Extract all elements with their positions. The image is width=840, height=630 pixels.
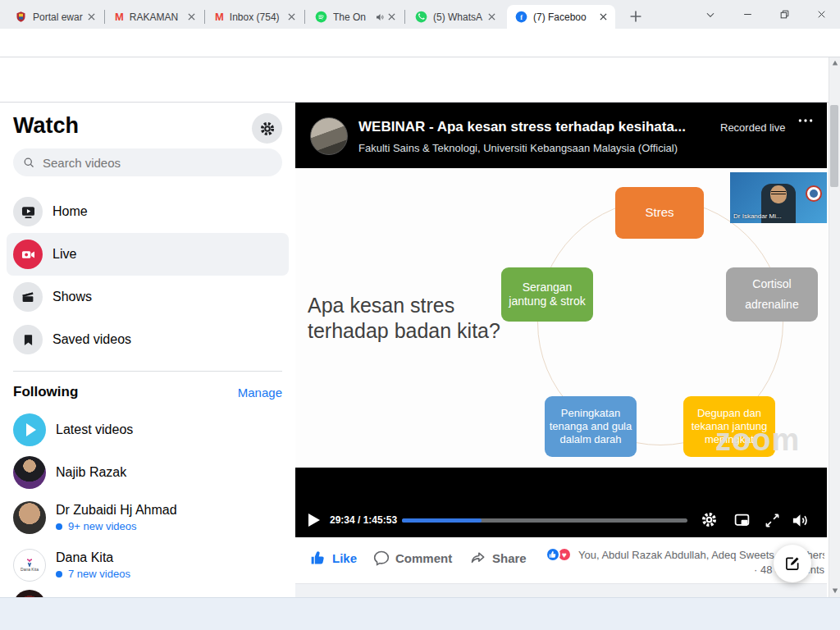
taskbar: W X 31°C 3 12:16 PM 16/02/2022 — [0, 597, 840, 630]
search-videos-input[interactable] — [43, 156, 256, 170]
play-button[interactable] — [308, 514, 320, 527]
tab-title: Portal ewar — [33, 11, 84, 23]
following-item-label: Dana Kita — [56, 550, 130, 565]
tab-close-icon[interactable] — [185, 10, 199, 24]
tab-title: Inbox (754) — [230, 11, 285, 23]
following-heading: Following — [13, 384, 78, 400]
live-video-icon — [21, 247, 36, 262]
manage-link[interactable]: Manage — [238, 386, 282, 399]
tab-facebook-active[interactable]: f (7) Faceboo — [507, 5, 615, 29]
scroll-up-arrow[interactable] — [832, 60, 838, 66]
facebook-icon: f — [515, 11, 527, 23]
player-settings-icon[interactable] — [701, 511, 718, 528]
zoom-watermark: zoom — [715, 422, 800, 458]
following-item-najib[interactable]: Najib Razak — [0, 451, 295, 494]
reaction-like-icon[interactable] — [546, 547, 560, 562]
tab-title: (7) Faceboo — [533, 11, 596, 23]
slide-question-line2: terhadap badan kita? — [308, 318, 504, 344]
volume-icon[interactable] — [791, 511, 810, 530]
tab-audio-icon[interactable] — [375, 12, 385, 22]
player-column: WEBINAR - Apa kesan stress terhadap kesi… — [295, 103, 827, 597]
sidebar-item-label: Saved videos — [52, 332, 131, 347]
webcam-logo — [806, 185, 822, 202]
share-button[interactable]: Share — [470, 550, 527, 566]
sidebar-item-home[interactable]: Home — [0, 190, 295, 233]
sidebar-item-saved[interactable]: Saved videos — [0, 318, 295, 361]
svg-text:f: f — [520, 14, 523, 21]
scrollbar-thumb[interactable] — [830, 105, 838, 187]
window-minimize-button[interactable] — [730, 0, 765, 29]
video-stage[interactable]: Apa kesan stres terhadap badan kita? Str… — [295, 168, 827, 468]
tab-title: (5) WhatsA — [433, 11, 485, 23]
tab-title: The On — [333, 11, 375, 23]
bookmark-icon — [21, 333, 35, 347]
tab-whatsapp[interactable]: (5) WhatsA — [407, 5, 504, 29]
share-label: Share — [492, 551, 527, 565]
new-videos-dot — [56, 571, 62, 578]
tab-inbox[interactable]: M Inbox (754) — [207, 5, 304, 29]
zubaidi-avatar — [13, 501, 46, 534]
social-bar: Like Comment Share ♥ You, Abdul Razak Ab… — [295, 537, 827, 584]
tab-portal[interactable]: Portal ewar — [7, 5, 103, 29]
search-icon — [23, 157, 35, 169]
video-search-box[interactable] — [13, 148, 282, 176]
browser-tab-strip: Portal ewar M RAKAMAN M Inbox (754) The … — [0, 0, 840, 29]
tab-close-icon[interactable] — [84, 10, 98, 24]
video-title[interactable]: WEBINAR - Apa kesan stress terhadap kesi… — [358, 119, 711, 135]
tab-divider — [104, 10, 105, 24]
latest-videos-icon — [13, 413, 46, 446]
new-tab-button[interactable] — [627, 7, 645, 25]
sidebar-item-shows[interactable]: Shows — [0, 276, 295, 318]
channel-avatar[interactable] — [310, 117, 348, 155]
video-options-icon[interactable] — [797, 112, 814, 129]
window-close-button[interactable] — [804, 0, 838, 29]
comment-button[interactable]: Comment — [373, 550, 452, 566]
channel-name[interactable]: Fakulti Sains & Teknologi, Universiti Ke… — [358, 142, 678, 154]
slide-question: Apa kesan stres terhadap badan kita? — [308, 293, 504, 345]
tab-close-icon[interactable] — [485, 10, 499, 24]
following-item-danakita[interactable]: Dana Kita Dana Kita 7 new videos — [0, 541, 295, 589]
scroll-down-arrow[interactable] — [832, 587, 838, 594]
tab-close-icon[interactable] — [596, 10, 610, 24]
fullscreen-icon[interactable] — [765, 513, 780, 528]
sidebar-item-label: Home — [52, 204, 88, 219]
sidebar-item-live[interactable]: Live — [0, 233, 295, 276]
recorded-live-label: Recorded live — [720, 121, 786, 134]
webcam-face — [770, 185, 787, 203]
shows-icon — [21, 290, 35, 304]
tab-divider — [204, 10, 205, 24]
tab-divider — [404, 10, 405, 24]
tab-spotify[interactable]: The On — [307, 5, 404, 29]
window-menu-chevron[interactable] — [693, 0, 728, 29]
sidebar-divider — [13, 371, 282, 372]
progress-fill — [402, 518, 482, 523]
time-display: 29:34 / 1:45:53 — [330, 514, 397, 526]
window-restore-button[interactable] — [767, 0, 801, 29]
play-icon — [26, 423, 36, 436]
new-videos-count: 7 new videos — [68, 568, 130, 580]
browser-toolbar: facebook.com/watch/live/?ref=watch_perma… — [0, 29, 840, 57]
compose-floating-button[interactable] — [774, 545, 811, 582]
new-videos-dot — [56, 523, 62, 530]
following-item-unitkhas[interactable]: Unit Khas Van Jenazah — [0, 585, 295, 597]
tab-close-icon[interactable] — [385, 10, 399, 24]
compose-icon — [784, 555, 801, 572]
slide-box-peningkatan: Peningkatan tenanga and gula dalalm dara… — [545, 396, 637, 457]
comment-label: Comment — [395, 551, 452, 565]
watch-settings-button[interactable] — [252, 113, 282, 144]
following-item-latest[interactable]: Latest videos — [0, 409, 295, 451]
gmail-icon: M — [215, 11, 224, 23]
page-title: Watch — [13, 113, 79, 139]
tab-title: RAKAMAN — [130, 11, 185, 23]
new-videos-count: 9+ new videos — [68, 520, 136, 532]
whatsapp-icon — [415, 11, 427, 23]
tab-rakaman[interactable]: M RAKAMAN — [107, 5, 203, 29]
webcam-speaker-label: Dr Iskandar Mi... — [733, 212, 782, 220]
like-button[interactable]: Like — [310, 550, 357, 566]
following-item-label: Dr Zubaidi Hj Ahmad — [56, 503, 177, 518]
following-item-zubaidi[interactable]: Dr Zubaidi Hj Ahmad 9+ new videos — [0, 494, 295, 541]
spotify-icon — [315, 11, 327, 23]
pip-icon[interactable] — [733, 512, 751, 529]
progress-track[interactable] — [402, 518, 687, 523]
tab-close-icon[interactable] — [285, 10, 299, 24]
